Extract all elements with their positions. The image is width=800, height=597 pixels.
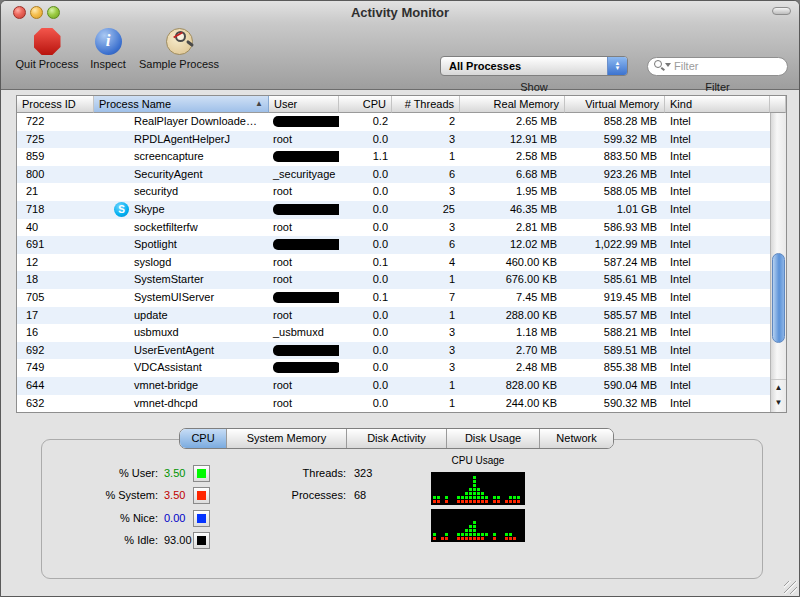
cell-threads: 3 [392,131,460,149]
cell-kind: Intel [665,359,770,377]
cell-pid: 691 [17,236,94,254]
color-swatch-button[interactable] [193,510,210,527]
cell-real: 7.45 MB [460,289,565,307]
cell-kind: Intel [665,166,770,184]
cell-pid: 725 [17,131,94,149]
tab-disk-usage[interactable]: Disk Usage [447,429,540,448]
cell-pid: 644 [17,377,94,395]
cell-virtual: 1,022.99 MB [565,236,665,254]
cell-name: VDCAssistant [94,359,269,377]
process-row-syslogd[interactable]: 12syslogdroot0.14460.00 KB587.24 MBIntel [17,254,770,272]
process-row-screencapture[interactable]: 859screencapture1.112.58 MB883.50 MBInte… [17,148,770,166]
toolbar: Quit Process i Inspect Sample Process Al… [1,23,799,90]
process-row-securityd[interactable]: 21securitydroot0.031.95 MB588.05 MBIntel [17,183,770,201]
header-cpu[interactable]: CPU [339,96,392,113]
show-popup-button[interactable]: All Processes ▲▼ [440,56,628,76]
cell-user [269,289,339,307]
sample-process-button[interactable]: Sample Process [133,28,225,70]
cell-pid: 21 [17,183,94,201]
quit-process-button[interactable]: Quit Process [11,28,83,70]
cell-real: 2.65 MB [460,113,565,131]
process-row-usereventagent[interactable]: 692UserEventAgent0.032.70 MB589.51 MBInt… [17,342,770,360]
search-menu-caret-icon[interactable] [665,63,671,67]
tab-cpu[interactable]: CPU [180,429,227,448]
redacted-username-bar [273,362,339,373]
color-swatch-button[interactable] [193,487,210,504]
stat-value: 93.00 [164,534,192,546]
redacted-username-bar [273,345,339,356]
color-chip [197,536,206,545]
process-row-skype[interactable]: 718SSkype0.02546.35 MB1.01 GBIntel [17,201,770,219]
cell-pid: 12 [17,254,94,272]
process-row-spotlight[interactable]: 691Spotlight0.0612.02 MB1,022.99 MBIntel [17,236,770,254]
cell-name: socketfilterfw [94,219,269,237]
cell-virtual: 599.32 MB [565,131,665,149]
vertical-scrollbar[interactable]: ▲ ▼ [770,113,786,412]
tab-disk-activity[interactable]: Disk Activity [347,429,447,448]
window-resize-grip[interactable] [784,581,797,594]
header-virtual-memory[interactable]: Virtual Memory [565,96,665,113]
cell-kind: Intel [665,131,770,149]
cpu-usage-meter-1 [431,472,525,505]
scrollbar-thumb[interactable] [772,253,785,343]
sample-magnifier-icon [166,28,193,55]
header-threads[interactable]: # Threads [392,96,460,113]
color-swatch-button[interactable] [193,465,210,482]
cell-pid: 40 [17,219,94,237]
cell-pid: 749 [17,359,94,377]
search-icon [654,60,662,68]
process-row-vmnet-dhcpd[interactable]: 632vmnet-dhcpdroot0.01244.00 KB590.32 MB… [17,395,770,413]
process-row-rpdlagenthelperj[interactable]: 725RPDLAgentHelperJroot0.0312.91 MB599.3… [17,131,770,149]
cell-user: _securityage [269,166,339,184]
cell-threads: 1 [392,148,460,166]
header-process-name[interactable]: Process Name▲ [94,96,269,113]
cell-threads: 6 [392,166,460,184]
process-row-usbmuxd[interactable]: 16usbmuxd_usbmuxd0.031.18 MB588.21 MBInt… [17,324,770,342]
cell-virtual: 589.51 MB [565,342,665,360]
process-row-socketfilterfw[interactable]: 40socketfilterfwroot0.032.81 MB586.93 MB… [17,219,770,237]
skype-icon: S [114,202,129,217]
redacted-username-bar [273,204,339,215]
cell-pid: 859 [17,148,94,166]
cell-threads: 3 [392,324,460,342]
title-bar[interactable]: Activity Monitor [1,1,799,23]
cell-user: root [269,271,339,289]
scroll-down-arrow[interactable]: ▼ [771,395,786,411]
show-label: Show [440,81,628,93]
cell-cpu: 0.0 [339,324,392,342]
cell-virtual: 923.26 MB [565,166,665,184]
threads-value: 323 [354,467,372,479]
cell-pid: 18 [17,271,94,289]
process-row-systemstarter[interactable]: 18SystemStarterroot0.01676.00 KB585.61 M… [17,271,770,289]
cell-user [269,113,339,131]
cell-user: root [269,131,339,149]
cell-real: 12.91 MB [460,131,565,149]
process-row-update[interactable]: 17updateroot0.01288.00 KB585.57 MBIntel [17,307,770,325]
header-real-memory[interactable]: Real Memory [460,96,565,113]
tab-network[interactable]: Network [540,429,613,448]
cell-pid: 722 [17,113,94,131]
cell-real: 460.00 KB [460,254,565,272]
inspect-button[interactable]: i Inspect [85,28,131,70]
cell-name: SecurityAgent [94,166,269,184]
process-row-vmnet-bridge[interactable]: 644vmnet-bridgeroot0.01828.00 KB590.04 M… [17,377,770,395]
color-swatch-button[interactable] [193,532,210,549]
scroll-up-arrow[interactable]: ▲ [771,379,786,395]
cell-real: 1.18 MB [460,324,565,342]
cell-real: 828.00 KB [460,377,565,395]
tab-system-memory[interactable]: System Memory [227,429,347,448]
cell-user [269,342,339,360]
quit-process-label: Quit Process [16,58,79,70]
toolbar-toggle-pill-button[interactable] [772,7,791,15]
process-row-vdcassistant[interactable]: 749VDCAssistant0.032.48 MB855.38 MBIntel [17,359,770,377]
process-row-systemuiserver[interactable]: 705SystemUIServer0.177.45 MB919.45 MBInt… [17,289,770,307]
header-kind[interactable]: Kind [665,96,770,113]
process-row-securityagent[interactable]: 800SecurityAgent_securityage0.066.68 MB9… [17,166,770,184]
header-user[interactable]: User [269,96,339,113]
cell-threads: 1 [392,271,460,289]
header-process-id[interactable]: Process ID [17,96,94,113]
process-row-realplayer-downloade[interactable]: 722RealPlayer Downloade…0.222.65 MB858.2… [17,113,770,131]
popup-stepper-icon: ▲▼ [607,57,627,75]
cell-cpu: 0.0 [339,201,392,219]
cell-name: vmnet-bridge [94,377,269,395]
